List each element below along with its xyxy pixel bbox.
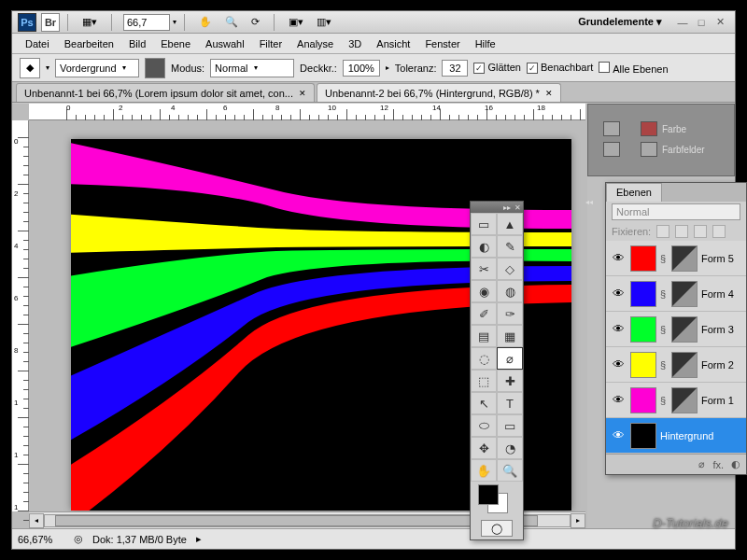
layer-thumb[interactable] bbox=[630, 316, 656, 343]
tool-8[interactable]: ✐ bbox=[471, 302, 497, 325]
close-icon[interactable]: ✕ bbox=[713, 16, 726, 29]
scroll-right-icon[interactable]: ▸ bbox=[571, 513, 585, 528]
menu-datei[interactable]: Datei bbox=[18, 35, 57, 52]
layout-menu[interactable]: ▦▾ bbox=[76, 13, 104, 32]
hand-tool-icon[interactable]: ✋ bbox=[192, 13, 218, 32]
vector-mask-thumb[interactable] bbox=[671, 281, 698, 307]
status-zoom[interactable]: 66,67% bbox=[18, 534, 64, 545]
tools-panel[interactable]: ▸▸✕ ▭▲◐✎✂◇◉◍✐✑▤▦◌⌀⬚✚↖T⬭▭✥◔✋🔍 ◯ bbox=[470, 201, 524, 540]
collapse-icon[interactable]: ▸▸ bbox=[503, 203, 511, 212]
menu-fenster[interactable]: Fenster bbox=[417, 35, 467, 52]
layer-row[interactable]: 👁Hintergrund bbox=[606, 418, 746, 454]
tool-preset-icon[interactable]: ◆ bbox=[20, 58, 40, 78]
lock-paint-icon[interactable] bbox=[675, 225, 688, 238]
menu-analyse[interactable]: Analyse bbox=[289, 35, 341, 52]
visibility-icon[interactable]: 👁 bbox=[610, 287, 627, 301]
tool-17[interactable]: T bbox=[497, 392, 523, 414]
layer-name[interactable]: Hintergrund bbox=[660, 430, 742, 441]
maximize-icon[interactable]: □ bbox=[695, 16, 708, 29]
vector-mask-thumb[interactable] bbox=[671, 352, 698, 378]
tool-19[interactable]: ▭ bbox=[497, 414, 523, 437]
lock-transparent-icon[interactable] bbox=[656, 225, 669, 238]
menu-bearbeiten[interactable]: Bearbeiten bbox=[57, 35, 121, 52]
tool-12[interactable]: ◌ bbox=[471, 347, 497, 370]
mask-icon[interactable]: ◐ bbox=[731, 458, 740, 470]
vector-mask-thumb[interactable] bbox=[671, 316, 698, 343]
tool-21[interactable]: ◔ bbox=[497, 437, 523, 459]
contiguous-checkbox[interactable]: Benachbart bbox=[527, 62, 593, 74]
tool-5[interactable]: ◇ bbox=[497, 258, 523, 280]
swatches-panel-label[interactable]: Farbfelder bbox=[662, 145, 705, 155]
workspace-switcher[interactable]: Grundelemente ▾ bbox=[578, 16, 662, 28]
ruler-horizontal[interactable]: 024681012141618 bbox=[29, 104, 585, 120]
tool-15[interactable]: ✚ bbox=[497, 370, 523, 392]
rotate-view-icon[interactable]: ⟳ bbox=[245, 13, 266, 32]
arrange-menu[interactable]: ▣▾ bbox=[282, 13, 310, 32]
tolerance-input[interactable] bbox=[442, 60, 468, 77]
foreground-color[interactable] bbox=[478, 484, 499, 505]
visibility-icon[interactable]: 👁 bbox=[610, 393, 627, 407]
zoom-combo[interactable]: 66,7 bbox=[123, 14, 170, 31]
tool-11[interactable]: ▦ bbox=[497, 325, 523, 347]
vector-mask-thumb[interactable] bbox=[671, 387, 698, 413]
layer-thumb[interactable] bbox=[630, 387, 656, 413]
link-layers-icon[interactable]: ⌀ bbox=[698, 458, 705, 470]
color-panel-label[interactable]: Farbe bbox=[662, 124, 686, 134]
status-info-icon[interactable]: ◎ bbox=[74, 533, 83, 545]
visibility-icon[interactable]: 👁 bbox=[610, 428, 627, 442]
tool-23[interactable]: 🔍 bbox=[497, 459, 523, 482]
layer-blend-dropdown[interactable]: Normal bbox=[612, 203, 740, 220]
layer-name[interactable]: Form 2 bbox=[701, 359, 742, 371]
all-layers-checkbox[interactable]: Alle Ebenen bbox=[599, 62, 668, 75]
bridge-logo[interactable]: Br bbox=[41, 13, 60, 32]
tool-13[interactable]: ⌀ bbox=[497, 347, 523, 370]
menu-bild[interactable]: Bild bbox=[121, 35, 153, 52]
tool-16[interactable]: ↖ bbox=[471, 392, 497, 414]
layer-row[interactable]: 👁§Form 2 bbox=[606, 347, 746, 383]
layer-thumb[interactable] bbox=[630, 281, 656, 307]
menu-ansicht[interactable]: Ansicht bbox=[369, 35, 417, 52]
ruler-vertical[interactable]: 02468111 bbox=[12, 120, 29, 511]
layer-row[interactable]: 👁§Form 1 bbox=[606, 383, 746, 418]
layer-thumb[interactable] bbox=[630, 245, 656, 272]
tool-2[interactable]: ◐ bbox=[471, 235, 497, 258]
tool-10[interactable]: ▤ bbox=[471, 325, 497, 347]
fill-source-dropdown[interactable]: Vordergrund▾ bbox=[55, 59, 139, 77]
screen-mode-menu[interactable]: ▥▾ bbox=[310, 13, 338, 32]
menu-filter[interactable]: Filter bbox=[252, 35, 289, 52]
close-tab-icon[interactable]: ✕ bbox=[299, 89, 306, 98]
vector-mask-thumb[interactable] bbox=[671, 245, 698, 272]
close-tab-icon[interactable]: ✕ bbox=[545, 89, 553, 98]
tool-6[interactable]: ◉ bbox=[471, 280, 497, 302]
layers-panel[interactable]: Ebenen Normal Fixieren: 👁§Form 5👁§Form 4… bbox=[605, 182, 747, 475]
antialias-checkbox[interactable]: Glätten bbox=[473, 62, 520, 74]
minimize-icon[interactable]: — bbox=[676, 16, 689, 29]
layer-row[interactable]: 👁§Form 4 bbox=[606, 276, 746, 312]
tool-1[interactable]: ▲ bbox=[497, 213, 523, 235]
lock-move-icon[interactable] bbox=[694, 225, 707, 238]
tool-0[interactable]: ▭ bbox=[471, 213, 497, 235]
blend-mode-dropdown[interactable]: Normal▾ bbox=[210, 59, 294, 77]
color-panel-icon[interactable] bbox=[641, 121, 657, 136]
status-menu-icon[interactable]: ▸ bbox=[196, 533, 202, 545]
panel-close-icon[interactable]: ✕ bbox=[514, 203, 521, 212]
tool-9[interactable]: ✑ bbox=[497, 302, 523, 325]
layer-thumb[interactable] bbox=[630, 423, 656, 449]
tool-7[interactable]: ◍ bbox=[497, 280, 523, 302]
visibility-icon[interactable]: 👁 bbox=[610, 322, 627, 336]
layer-thumb[interactable] bbox=[630, 352, 656, 378]
layer-row[interactable]: 👁§Form 5 bbox=[606, 241, 746, 276]
document-tab-2[interactable]: Unbenannt-2 bei 66,7% (Hintergrund, RGB/… bbox=[317, 83, 561, 102]
tool-22[interactable]: ✋ bbox=[471, 459, 497, 482]
history-panel-icon[interactable] bbox=[603, 121, 620, 136]
layer-name[interactable]: Form 3 bbox=[701, 324, 742, 335]
layer-row[interactable]: 👁§Form 3 bbox=[606, 312, 746, 347]
pattern-swatch[interactable] bbox=[145, 58, 165, 78]
scroll-left-icon[interactable]: ◂ bbox=[29, 513, 44, 528]
swatches-panel-icon[interactable] bbox=[641, 142, 657, 157]
document-tab-1[interactable]: Unbenannt-1 bei 66,7% (Lorem ipsum dolor… bbox=[16, 83, 315, 102]
menu-hilfe[interactable]: Hilfe bbox=[468, 35, 503, 52]
layer-name[interactable]: Form 1 bbox=[701, 395, 742, 406]
visibility-icon[interactable]: 👁 bbox=[610, 357, 627, 371]
menu-ebene[interactable]: Ebene bbox=[153, 35, 198, 52]
